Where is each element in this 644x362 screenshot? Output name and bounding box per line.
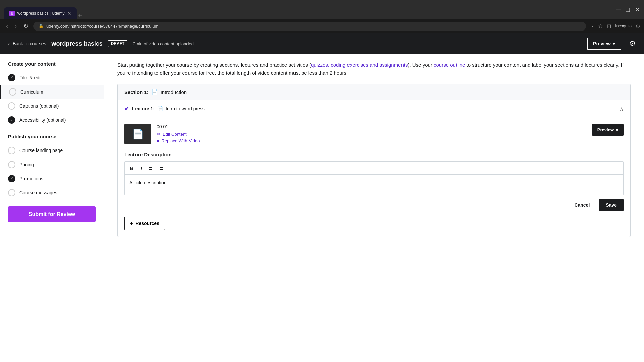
accessibility-label: Accessibility (optional): [19, 117, 66, 123]
curriculum-check-icon: [9, 88, 16, 96]
nav-actions: 🛡 ☆ ⊡ Incognito ⊙: [589, 23, 640, 29]
back-to-courses-label: Back to courses: [13, 41, 46, 46]
video-row: 📄 00:01 ✏ Edit Content ● Replace With Vi…: [124, 124, 624, 145]
course-title: wordpress basics: [52, 40, 103, 47]
profile-icon[interactable]: ⊙: [636, 23, 640, 29]
edit-content-button[interactable]: ✏ Edit Content: [157, 131, 587, 137]
promotions-check-icon: [8, 175, 15, 182]
lecture-description-label: Lecture Description: [124, 152, 624, 157]
ordered-list-button[interactable]: ≣: [147, 164, 154, 172]
editor-body-text: Article description: [129, 180, 167, 185]
text-cursor: [167, 181, 167, 185]
film-edit-label: Film & edit: [19, 75, 42, 80]
app-header: ‹ Back to courses wordpress basics DRAFT…: [0, 33, 644, 54]
tab-title: wordpress basics | Udemy: [17, 11, 65, 16]
resources-label: Resources: [135, 221, 159, 226]
sidebar-item-course-landing[interactable]: Course landing page: [0, 143, 104, 158]
section-name: Introduction: [161, 89, 187, 95]
section-label: Section 1:: [124, 89, 149, 95]
section-card: Section 1: 📄 Introduction ✔ Lecture 1: 📄…: [117, 84, 631, 237]
create-content-section-title: Create your content: [0, 54, 104, 71]
lecture-description-editor[interactable]: B I ≣ ≣ Article description: [124, 161, 624, 195]
bookmark-icon[interactable]: ☆: [598, 23, 603, 29]
course-landing-check-icon: [8, 147, 15, 154]
publish-course-section-title: Publish your course: [0, 127, 104, 143]
back-nav-icon[interactable]: ‹: [4, 22, 10, 31]
resources-button[interactable]: + Resources: [124, 217, 165, 230]
close-window-icon[interactable]: ✕: [635, 6, 640, 13]
submit-for-review-button[interactable]: Submit for Review: [8, 206, 96, 222]
lecture-check-icon: ✔: [124, 105, 129, 112]
editor-body[interactable]: Article description: [125, 175, 623, 195]
content-area: Start putting together your course by cr…: [104, 54, 644, 362]
preview-label: Preview: [593, 41, 611, 46]
bold-button[interactable]: B: [129, 165, 135, 172]
settings-icon[interactable]: ⚙: [629, 39, 636, 48]
course-outline-link[interactable]: course outline: [434, 62, 465, 68]
video-thumbnail: 📄: [124, 124, 151, 144]
lecture-doc-icon: 📄: [157, 106, 163, 111]
accessibility-check-icon: [8, 116, 15, 124]
back-to-courses-button[interactable]: ‹ Back to courses: [8, 40, 46, 47]
section-header: Section 1: 📄 Introduction: [118, 84, 630, 100]
replace-with-video-button[interactable]: ● Replace With Video: [157, 138, 587, 143]
active-tab[interactable]: U wordpress basics | Udemy ✕: [4, 7, 77, 19]
chevron-up-icon[interactable]: ∧: [620, 106, 624, 112]
tab-close-icon[interactable]: ✕: [67, 11, 71, 16]
replace-icon: ●: [157, 138, 159, 143]
browser-tabs: U wordpress basics | Udemy ✕ +: [4, 0, 613, 19]
intro-text: Start putting together your course by cr…: [117, 61, 631, 77]
preview-button[interactable]: Preview ▾: [587, 38, 621, 50]
captions-check-icon: [8, 102, 15, 110]
sidebar-item-film-edit[interactable]: Film & edit: [0, 71, 104, 85]
new-tab-button[interactable]: +: [78, 12, 82, 19]
address-bar[interactable]: 🔒 udemy.com/instructor/course/5784474/ma…: [33, 22, 586, 31]
sidebar-item-curriculum[interactable]: Curriculum: [0, 85, 104, 99]
plus-icon: +: [130, 220, 133, 226]
preview-arrow-icon: ▾: [613, 41, 615, 46]
editor-toolbar: B I ≣ ≣: [125, 162, 623, 175]
browser-chrome: U wordpress basics | Udemy ✕ + ─ □ ✕: [0, 0, 644, 19]
incognito-label: Incognito: [615, 24, 632, 28]
lecture-header: ✔ Lecture 1: 📄 Intro to word press ∧: [118, 100, 630, 117]
forward-nav-icon[interactable]: ›: [13, 22, 19, 31]
browser-nav: ‹ › ↻ 🔒 udemy.com/instructor/course/5784…: [0, 19, 644, 33]
sidebar-item-captions[interactable]: Captions (optional): [0, 99, 104, 113]
editor-actions: Cancel Save: [124, 199, 624, 211]
edit-content-label: Edit Content: [163, 132, 187, 137]
cancel-button[interactable]: Cancel: [569, 200, 595, 210]
edit-icon: ✏: [157, 131, 161, 137]
lecture-left: ✔ Lecture 1: 📄 Intro to word press: [124, 105, 205, 112]
lecture-content: 📄 00:01 ✏ Edit Content ● Replace With Vi…: [118, 117, 630, 237]
main-layout: Create your content Film & edit Curricul…: [0, 54, 644, 362]
save-button[interactable]: Save: [599, 199, 624, 211]
video-thumb-icon: 📄: [132, 129, 144, 140]
sidebar-item-pricing[interactable]: Pricing: [0, 158, 104, 172]
sidebar-item-promotions[interactable]: Promotions: [0, 172, 104, 186]
lecture-preview-label: Preview: [597, 127, 614, 132]
lecture-preview-button[interactable]: Preview ▾: [592, 124, 624, 136]
extensions-icon[interactable]: 🛡: [589, 23, 594, 29]
sidebar-icon[interactable]: ⊡: [607, 23, 611, 29]
restore-icon[interactable]: □: [626, 6, 630, 13]
italic-button[interactable]: I: [139, 165, 143, 172]
quizzes-link[interactable]: quizzes, coding exercises and assignment…: [311, 62, 408, 68]
promotions-label: Promotions: [19, 176, 43, 181]
refresh-icon[interactable]: ↻: [21, 22, 31, 31]
lecture-label: Lecture 1:: [132, 106, 155, 111]
video-info: 00:01 ✏ Edit Content ● Replace With Vide…: [157, 124, 587, 145]
unordered-list-button[interactable]: ≣: [158, 164, 165, 172]
lecture-title: Intro to word press: [166, 106, 205, 111]
course-messages-label: Course messages: [19, 190, 57, 195]
sidebar-item-accessibility[interactable]: Accessibility (optional): [0, 113, 104, 127]
captions-label: Captions (optional): [19, 103, 59, 109]
back-arrow-icon: ‹: [8, 40, 10, 47]
sidebar-item-course-messages[interactable]: Course messages: [0, 186, 104, 200]
minimize-icon[interactable]: ─: [616, 6, 621, 13]
pricing-check-icon: [8, 161, 15, 168]
film-edit-check-icon: [8, 74, 15, 81]
upload-status: 0min of video content uploaded: [133, 41, 582, 46]
curriculum-label: Curriculum: [20, 89, 43, 95]
sidebar: Create your content Film & edit Curricul…: [0, 54, 104, 362]
section-doc-icon: 📄: [151, 89, 158, 95]
